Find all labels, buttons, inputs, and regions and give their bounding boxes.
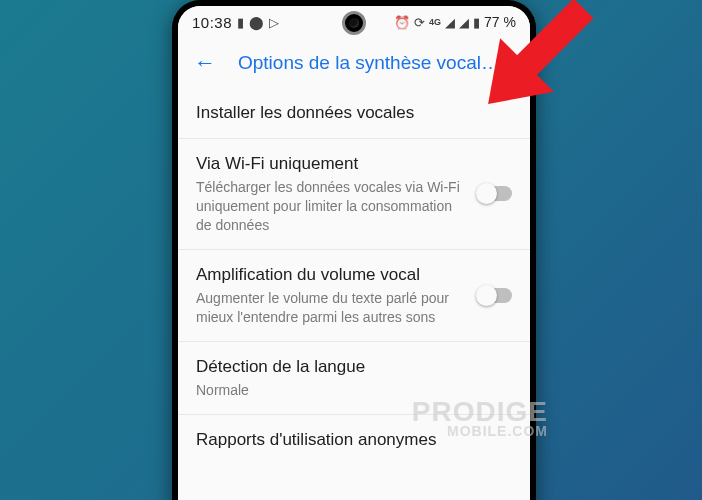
status-bar: 10:38 ▮ ⬤ ▷ ⏰ ⟳ 4G ◢ ◢ ▮ 77 %: [178, 6, 530, 38]
row-wifi-only[interactable]: Via Wi-Fi uniquement Télécharger les don…: [178, 139, 530, 250]
screen: 10:38 ▮ ⬤ ▷ ⏰ ⟳ 4G ◢ ◢ ▮ 77 % ← Options …: [178, 6, 530, 500]
play-icon: ▷: [269, 15, 279, 30]
wifi-only-toggle[interactable]: [478, 186, 512, 201]
amplification-toggle[interactable]: [478, 288, 512, 303]
row-title: Détection de la langue: [196, 356, 512, 378]
signal-icon: ◢: [445, 15, 455, 30]
tag-icon: ⬤: [249, 15, 264, 30]
sync-icon: ⟳: [414, 15, 425, 30]
alarm-icon: ⏰: [394, 15, 410, 30]
row-title: Amplification du volume vocal: [196, 264, 466, 286]
camera-notch: [342, 11, 366, 35]
phone-frame: 10:38 ▮ ⬤ ▷ ⏰ ⟳ 4G ◢ ◢ ▮ 77 % ← Options …: [172, 0, 536, 500]
row-title: Via Wi-Fi uniquement: [196, 153, 466, 175]
row-install-voice-data[interactable]: Installer les données vocales: [178, 88, 530, 139]
row-volume-amplification[interactable]: Amplification du volume vocal Augmenter …: [178, 250, 530, 342]
page-title: Options de la synthèse vocal… Go…: [238, 52, 530, 74]
signal-icon-2: ◢: [459, 15, 469, 30]
app-bar: ← Options de la synthèse vocal… Go…: [178, 38, 530, 88]
row-anonymous-reports[interactable]: Rapports d'utilisation anonymes: [178, 415, 530, 465]
row-title: Installer les données vocales: [196, 102, 512, 124]
row-subtitle: Augmenter le volume du texte parlé pour …: [196, 289, 466, 327]
sd-card-icon: ▮: [237, 15, 244, 30]
battery-percent: 77 %: [484, 14, 516, 30]
row-subtitle: Télécharger les données vocales via Wi-F…: [196, 178, 466, 235]
mobile-data-icon: 4G: [429, 17, 441, 27]
row-subtitle: Normale: [196, 381, 512, 400]
row-language-detection[interactable]: Détection de la langue Normale: [178, 342, 530, 415]
battery-icon: ▮: [473, 15, 480, 30]
settings-list: Installer les données vocales Via Wi-Fi …: [178, 88, 530, 500]
clock: 10:38: [192, 14, 232, 31]
row-title: Rapports d'utilisation anonymes: [196, 429, 512, 451]
back-button[interactable]: ←: [188, 48, 222, 78]
